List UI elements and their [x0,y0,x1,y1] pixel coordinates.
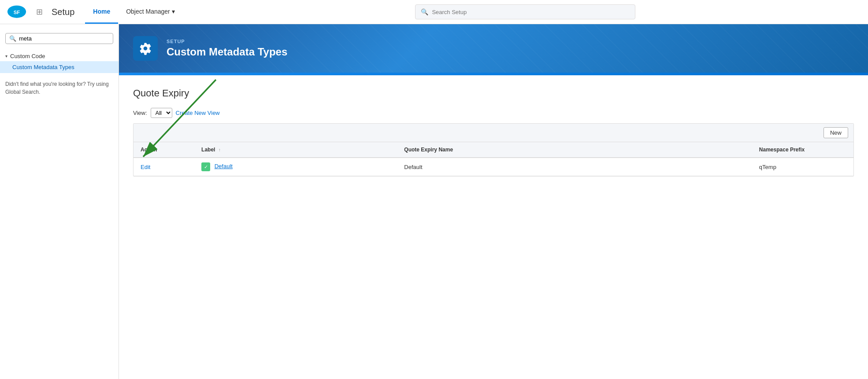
col-header-label: Label ↑ [194,142,397,158]
search-input[interactable] [432,9,630,15]
sidebar-item-custom-metadata-types[interactable]: Custom Metadata Types [0,61,119,73]
table-wrapper: New Action Label ↑ [133,123,854,177]
record-title: Quote Expiry [133,88,854,99]
view-select[interactable]: All [151,108,172,118]
main-content-body: Quote Expiry View: All Create New View N… [119,75,868,379]
search-wrapper: 🔍 [190,4,861,19]
setup-title: Setup [52,7,74,17]
page-header: SETUP Custom Metadata Types [119,24,868,73]
view-label: View: [133,110,147,116]
table-body: Edit ✓ Default Default qTemp [134,158,853,176]
col-header-namespace: Namespace Prefix [752,142,853,158]
table-header: Action Label ↑ Quote Expiry Name Namespa… [134,142,853,158]
sidebar-help-text: Didn't find what you're looking for? Try… [0,75,119,101]
tab-home[interactable]: Home [85,0,118,24]
tab-object-manager[interactable]: Object Manager ▾ [118,0,183,24]
sidebar-search-icon: 🔍 [9,35,16,42]
search-icon: 🔍 [421,8,428,15]
gear-icon [139,42,152,55]
page-header-setup-label: SETUP [167,39,287,44]
view-bar: View: All Create New View [133,108,854,118]
cell-label: ✓ Default [194,158,397,176]
col-header-action: Action [134,142,194,158]
sidebar-section-header-custom-code[interactable]: ▾ Custom Code [0,51,119,61]
edit-link[interactable]: Edit [141,164,150,170]
new-button[interactable]: New [823,127,848,138]
col-header-name: Quote Expiry Name [397,142,752,158]
content-area: SETUP Custom Metadata Types Quote Expiry… [119,24,868,379]
chevron-down-icon: ▾ [5,54,7,59]
nav-tabs: Home Object Manager ▾ [85,0,183,24]
app-launcher-icon[interactable]: ⊞ [36,7,43,17]
search-bar: 🔍 [415,4,635,19]
salesforce-logo: SF [7,5,26,19]
sidebar: 🔍 ▾ Custom Code Custom Metadata Types Di… [0,24,119,379]
cell-name: Default [397,158,752,176]
data-table: Action Label ↑ Quote Expiry Name Namespa… [134,142,853,176]
record-type-icon: ✓ [201,162,210,171]
top-nav: SF ⊞ Setup Home Object Manager ▾ 🔍 [0,0,868,24]
cell-namespace: qTemp [752,158,853,176]
table-toolbar: New [134,124,853,142]
page-header-icon [133,36,158,61]
sort-icon-label: ↑ [219,147,221,152]
table-row: Edit ✓ Default Default qTemp [134,158,853,176]
sidebar-section-label: Custom Code [10,53,45,59]
page-header-title: Custom Metadata Types [167,46,287,58]
sidebar-search-input[interactable] [19,35,109,42]
sidebar-search-box[interactable]: 🔍 [5,33,113,44]
svg-text:SF: SF [14,10,20,15]
create-new-view-link[interactable]: Create New View [176,110,220,116]
page-header-text: SETUP Custom Metadata Types [167,39,287,58]
sidebar-section-custom-code: ▾ Custom Code Custom Metadata Types [0,51,119,73]
main-layout: 🔍 ▾ Custom Code Custom Metadata Types Di… [0,24,868,379]
label-link[interactable]: Default [215,163,233,169]
cell-action: Edit [134,158,194,176]
chevron-down-icon: ▾ [172,8,175,15]
